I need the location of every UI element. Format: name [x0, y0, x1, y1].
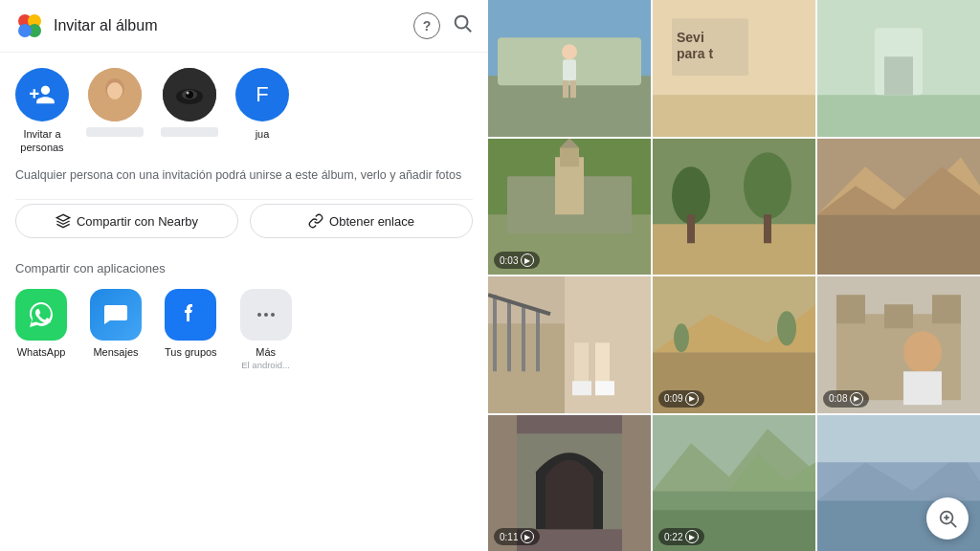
- app-mas[interactable]: Más El android...: [240, 289, 292, 370]
- photo-3[interactable]: [817, 0, 980, 137]
- svg-point-21: [562, 44, 577, 59]
- contact-3[interactable]: F jua: [235, 68, 289, 141]
- search-button[interactable]: [452, 12, 473, 39]
- photo-6[interactable]: [817, 139, 980, 276]
- svg-rect-71: [884, 304, 913, 328]
- whatsapp-icon: [15, 289, 67, 341]
- svg-rect-86: [817, 415, 980, 462]
- svg-rect-69: [836, 295, 865, 323]
- svg-rect-60: [572, 381, 591, 395]
- svg-point-65: [674, 323, 689, 352]
- svg-rect-77: [622, 415, 651, 552]
- google-photos-logo: [15, 11, 44, 40]
- share-nearby-button[interactable]: Compartir con Nearby: [15, 204, 238, 238]
- play-icon-10: ▶: [521, 530, 534, 543]
- svg-rect-53: [493, 295, 497, 371]
- photo-11[interactable]: 0:22 ▶: [653, 415, 815, 552]
- left-panel: Invitar al álbum ? Invitar apersonas: [0, 0, 488, 551]
- whatsapp-label: WhatsApp: [17, 346, 66, 358]
- svg-rect-24: [570, 80, 576, 98]
- svg-point-3: [18, 24, 32, 37]
- share-nearby-label: Compartir con Nearby: [77, 214, 198, 229]
- share-apps-label: Compartir con aplicaciones: [0, 253, 488, 289]
- svg-point-44: [744, 152, 791, 219]
- play-icon-9: ▶: [850, 392, 863, 406]
- get-link-label: Obtener enlace: [329, 214, 414, 229]
- svg-text:Sevi: Sevi: [677, 30, 704, 45]
- svg-rect-54: [507, 299, 511, 371]
- svg-rect-70: [932, 295, 961, 323]
- svg-point-16: [264, 313, 268, 317]
- svg-rect-51: [488, 323, 565, 412]
- mas-sublabel: El android...: [241, 360, 290, 370]
- add-person-avatar: [15, 68, 69, 121]
- photo-8[interactable]: 0:09 ▶: [653, 276, 815, 413]
- contact-1-avatar: [88, 68, 142, 121]
- play-icon-8: ▶: [685, 392, 699, 406]
- svg-rect-55: [522, 304, 525, 371]
- contact-1-label: [86, 127, 144, 137]
- svg-rect-38: [560, 147, 579, 166]
- photo-5[interactable]: [653, 139, 815, 276]
- mas-icon: [240, 289, 292, 341]
- video-badge-11: 0:22 ▶: [658, 528, 704, 545]
- contacts-row: Invitar apersonas: [0, 53, 488, 163]
- facebook-label: Tus grupos: [165, 346, 217, 358]
- photo-grid: Sevi para t 0:03 ▶: [488, 0, 980, 551]
- svg-point-4: [456, 16, 468, 29]
- header-title: Invitar al álbum: [54, 17, 413, 34]
- svg-rect-41: [653, 224, 815, 275]
- header: Invitar al álbum ?: [0, 0, 488, 53]
- facebook-icon: [165, 289, 216, 341]
- svg-point-14: [187, 92, 189, 95]
- contact-2-label: [161, 127, 218, 137]
- svg-point-9: [107, 82, 122, 99]
- svg-point-15: [257, 313, 261, 317]
- svg-rect-56: [536, 309, 540, 371]
- add-person-label: Invitar apersonas: [20, 127, 63, 155]
- app-facebook[interactable]: Tus grupos: [165, 289, 217, 358]
- photo-10[interactable]: 0:11 ▶: [488, 415, 651, 552]
- svg-rect-22: [563, 59, 576, 80]
- svg-rect-33: [884, 56, 913, 95]
- get-link-button[interactable]: Obtener enlace: [250, 204, 473, 238]
- photo-1[interactable]: [488, 0, 651, 137]
- buttons-row: Compartir con Nearby Obtener enlace: [0, 200, 488, 253]
- video-badge-10: 0:11 ▶: [494, 528, 540, 545]
- svg-text:para t: para t: [677, 46, 713, 61]
- svg-point-66: [777, 311, 796, 345]
- photo-9[interactable]: 0:08 ▶: [817, 276, 980, 413]
- mas-label: Más: [256, 346, 276, 358]
- help-button[interactable]: ?: [413, 12, 440, 39]
- video-badge-9: 0:08 ▶: [823, 390, 869, 408]
- svg-rect-43: [687, 214, 695, 243]
- svg-rect-31: [817, 95, 980, 136]
- app-mensajes[interactable]: Mensajes: [90, 289, 142, 358]
- zoom-fab[interactable]: [926, 497, 969, 540]
- svg-rect-73: [903, 371, 942, 405]
- svg-rect-47: [817, 214, 980, 275]
- svg-point-72: [903, 331, 942, 373]
- svg-rect-26: [653, 95, 815, 136]
- video-badge-8: 0:09 ▶: [658, 390, 704, 408]
- contact-1[interactable]: [86, 68, 144, 137]
- contact-2[interactable]: [161, 68, 218, 137]
- play-icon-4: ▶: [521, 253, 534, 267]
- photo-4[interactable]: 0:03 ▶: [488, 139, 651, 276]
- svg-line-88: [951, 522, 956, 527]
- svg-rect-23: [563, 80, 568, 98]
- photo-2[interactable]: Sevi para t: [653, 0, 815, 137]
- mensajes-label: Mensajes: [93, 346, 138, 358]
- mensajes-icon: [90, 289, 142, 341]
- svg-point-17: [271, 313, 275, 317]
- apps-row: WhatsApp Mensajes Tus grupos: [0, 289, 488, 386]
- svg-line-5: [466, 27, 471, 32]
- add-person-item[interactable]: Invitar apersonas: [15, 68, 69, 155]
- app-whatsapp[interactable]: WhatsApp: [15, 289, 67, 358]
- play-icon-11: ▶: [685, 530, 699, 543]
- photo-7[interactable]: [488, 276, 651, 413]
- svg-rect-61: [595, 381, 614, 395]
- invitation-text: Cualquier persona con una invitación pod…: [0, 163, 488, 200]
- photo-12[interactable]: [817, 415, 980, 552]
- svg-rect-45: [764, 214, 771, 243]
